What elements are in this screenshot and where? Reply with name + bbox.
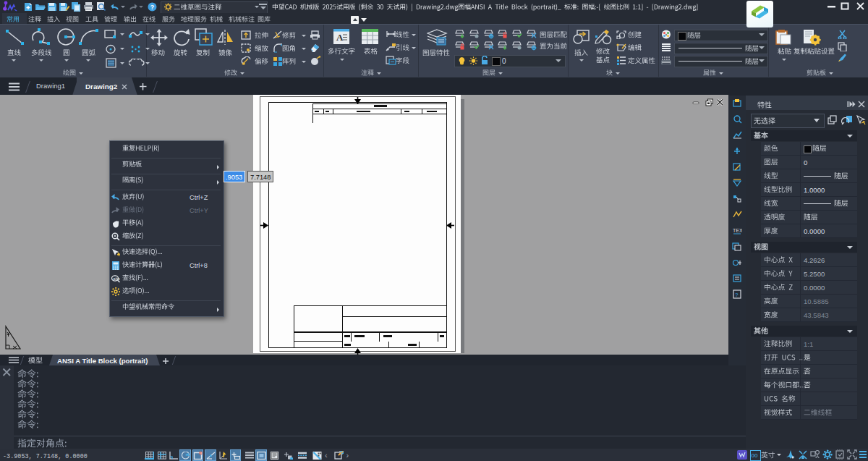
- svg-text:TEXT: TEXT: [733, 228, 742, 233]
- svg-text:A: A: [336, 32, 344, 43]
- svg-text:?: ?: [150, 4, 155, 11]
- svg-text:?: ?: [735, 292, 739, 298]
- svg-text:abc: abc: [113, 276, 120, 281]
